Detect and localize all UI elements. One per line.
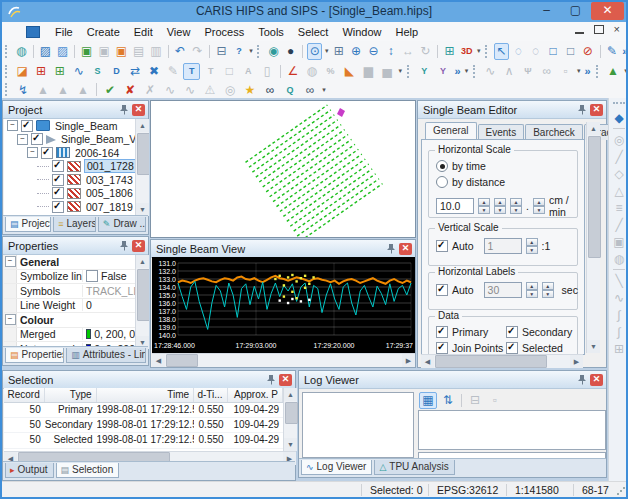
sphere-icon[interactable]: ◍	[303, 63, 320, 80]
single-beam-editor-header[interactable]: Single Beam Editor ✕	[418, 101, 606, 119]
hlabels-value-input[interactable]: 30	[484, 282, 522, 298]
close-panel-icon[interactable]: ✕	[279, 374, 292, 386]
overflow-caret-icon[interactable]: ▾	[475, 47, 482, 55]
print-icon[interactable]: ⊟	[214, 43, 229, 60]
curve3-icon[interactable]: ∫	[611, 323, 628, 340]
reject-icon[interactable]: ✘	[121, 81, 139, 98]
close-panel-icon[interactable]: ✕	[399, 243, 412, 255]
map-view[interactable]	[151, 101, 415, 237]
close-tool-icon[interactable]: ✖	[146, 63, 163, 80]
property-value[interactable]: 0	[83, 299, 135, 311]
scroll-up-icon[interactable]: ▲	[136, 255, 149, 268]
select-rect-icon[interactable]: □	[546, 43, 561, 60]
hscale-spinner-4[interactable]: ▲▼	[533, 198, 545, 214]
vertical-splitter[interactable]	[416, 100, 417, 366]
pin-icon[interactable]	[119, 240, 130, 251]
hscale-value-input[interactable]: 10.0	[436, 198, 474, 214]
attitude-icon[interactable]: A	[240, 63, 257, 80]
property-row-colour[interactable]: −Colour	[4, 313, 135, 328]
search-icon[interactable]: Q	[281, 81, 299, 98]
survey-trackline[interactable]	[256, 120, 338, 177]
chart2-icon[interactable]: ▅	[379, 63, 396, 80]
primary-checkbox[interactable]	[436, 326, 448, 338]
chart1-icon[interactable]: ▆	[360, 63, 377, 80]
selected-line-marker[interactable]	[337, 108, 345, 117]
deselect-icon[interactable]: ⊘	[580, 43, 595, 60]
blob-icon[interactable]: ◍	[611, 250, 628, 267]
tree-item-003-1743[interactable]: 003_1743	[4, 173, 135, 187]
properties-vscrollbar[interactable]: ▲ ▼	[135, 255, 149, 349]
overflow-caret-icon[interactable]: ▾	[397, 67, 404, 75]
3d-view-icon[interactable]: 3D	[459, 43, 474, 60]
property-value[interactable]: TRACK_LINE	[83, 285, 135, 297]
survey-trackline[interactable]	[266, 134, 348, 191]
selection-panel-header[interactable]: Selection ✕	[3, 371, 295, 389]
title-bar[interactable]: CARIS HIPS and SIPS - [Single_Beam.hips]…	[0, 0, 628, 22]
swap-icon[interactable]: ⇄	[127, 63, 144, 80]
hscale-spinner-2[interactable]: ▲▼	[494, 198, 506, 214]
hlabels-spinner-2[interactable]: ▲▼	[542, 282, 554, 298]
overflow-caret-icon[interactable]: ▾	[622, 67, 628, 75]
spline2-icon[interactable]: ∧	[501, 63, 518, 80]
session-icon[interactable]: ◍	[14, 43, 29, 60]
survey-trackline[interactable]	[297, 179, 379, 236]
menu-file[interactable]: File	[48, 24, 80, 40]
zoom-tool-icon[interactable]: ⊙	[307, 43, 322, 60]
menu-window[interactable]: Window	[335, 24, 388, 40]
tree-item-007-1819[interactable]: 007_1819	[4, 200, 135, 214]
interp2-icon[interactable]: ∿	[181, 81, 199, 98]
close-panel-icon[interactable]: ✕	[590, 104, 603, 116]
sbv-hscrollbar[interactable]: ◀ ▶	[152, 353, 415, 367]
toolbar-handle[interactable]	[257, 45, 262, 58]
hlabels-spinner-1[interactable]: ▲▼	[526, 282, 538, 298]
tab-general[interactable]: General	[425, 122, 477, 140]
eraser-icon[interactable]: ◪	[14, 63, 31, 80]
property-row-general[interactable]: −General	[4, 255, 135, 270]
minimize-button[interactable]: –	[533, 2, 560, 20]
survey-trackline[interactable]	[246, 105, 328, 162]
document-icon[interactable]	[26, 26, 40, 38]
section-expander-icon[interactable]: −	[5, 314, 16, 325]
overflow-caret-icon[interactable]: ▾	[575, 67, 582, 75]
toolbar-overflow-chevron[interactable]: »	[621, 45, 628, 57]
tree-item-single-beam-vessel-e[interactable]: −Single_Beam_Vessel_E	[4, 133, 135, 147]
add-line-icon[interactable]: ⊞	[33, 63, 50, 80]
circle-tool-icon[interactable]: ◎	[611, 131, 628, 148]
line-tool-icon[interactable]: ╱	[611, 148, 628, 165]
column-header-record[interactable]: Record	[4, 388, 45, 402]
log-viewer-header[interactable]: Log Viewer ✕	[299, 371, 606, 389]
menu-help[interactable]: Help	[389, 24, 426, 40]
redo-icon[interactable]: ↷	[190, 43, 205, 60]
scroll-thumb[interactable]	[435, 355, 547, 368]
log-category-list[interactable]	[302, 392, 414, 458]
scroll-thumb[interactable]	[588, 136, 601, 258]
reject-sub-icon[interactable]: ✗	[141, 81, 159, 98]
scroll-right-icon[interactable]: ▶	[402, 354, 415, 367]
overflow-caret-icon[interactable]: ▾	[320, 86, 328, 94]
column-header-type[interactable]: Type	[45, 388, 97, 402]
toolbar-handle[interactable]	[485, 45, 490, 58]
by-time-radio[interactable]	[436, 160, 448, 172]
grid-globe-icon[interactable]: ⊞	[442, 43, 457, 60]
scroll-left-icon[interactable]: ◀	[421, 355, 434, 368]
tab-tpu-analysis[interactable]: △TPU Analysis	[374, 460, 454, 475]
property-row-symbols[interactable]: SymbolsTRACK_LINE	[4, 284, 135, 299]
toolbar-handle[interactable]	[596, 65, 601, 78]
help-icon[interactable]: ?	[231, 43, 246, 60]
scroll-right-icon[interactable]: ▶	[570, 355, 583, 368]
tree-item-005-1806[interactable]: 005_1806	[4, 187, 135, 201]
menu-create[interactable]: Create	[80, 24, 127, 40]
svp-icon[interactable]: ∠	[285, 63, 302, 80]
property-value[interactable]: 0, 200, 0	[83, 328, 135, 340]
layers-tool-icon[interactable]: ≡	[611, 199, 628, 216]
find-icon[interactable]: ∞	[301, 81, 319, 98]
property-row-line-weight[interactable]: Line Weight0	[4, 299, 135, 314]
survey-trackline[interactable]	[263, 130, 345, 187]
properties-panel-header[interactable]: Properties ✕	[3, 237, 148, 255]
log-message-list[interactable]	[418, 410, 606, 450]
selected-checkbox[interactable]	[506, 342, 518, 354]
info-icon[interactable]: ◎	[221, 81, 239, 98]
join-points-checkbox[interactable]	[436, 342, 448, 354]
menu-tools[interactable]: Tools	[251, 24, 291, 40]
close-panel-icon[interactable]: ✕	[132, 240, 145, 252]
